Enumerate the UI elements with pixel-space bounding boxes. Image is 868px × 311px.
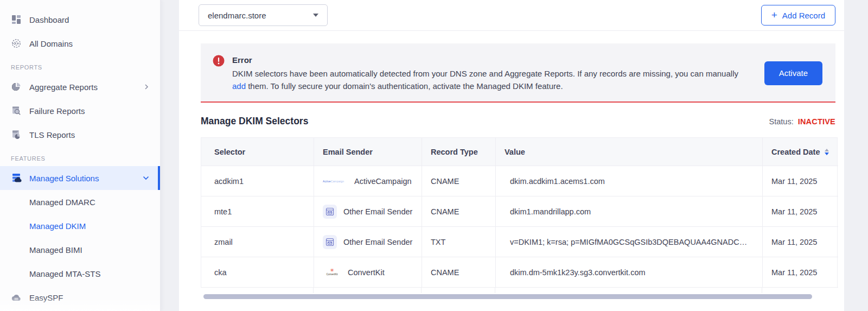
cell-value: dkim1.mandrillapp.com	[495, 196, 762, 227]
dkim-selectors-table: Selector Email Sender Record Type Value …	[201, 137, 838, 288]
main-content: Error DKIM selectors have been automatic…	[179, 31, 844, 299]
cell-email-sender: ActiveCampaign ActiveCampaign	[314, 166, 422, 196]
globe-icon	[11, 38, 22, 49]
sidebar-item-managed-bimi[interactable]: Managed BIMI	[0, 238, 160, 262]
domain-selector-value: elendmarc.store	[208, 11, 266, 20]
chevron-down-icon	[143, 176, 149, 180]
sidebar-item-label: Aggregate Reports	[29, 82, 136, 92]
convertkit-logo: ✳ ConvertKit	[323, 268, 341, 276]
cell-created-date: Mar 11, 2025	[762, 257, 838, 288]
column-header-email-sender: Email Sender	[314, 138, 422, 166]
sidebar-item-label: Managed BIMI	[29, 245, 149, 255]
cell-email-sender: Other Email Sender	[314, 196, 422, 227]
cell-value: dkim.dm-5mk1k23y.sg3.convertkit.com	[495, 257, 762, 288]
table-next-row-clipped	[201, 288, 838, 293]
sidebar-item-easyspf[interactable]: EasySPF	[0, 285, 160, 309]
sidebar: Dashboard All Domains REPORTS Aggregate …	[0, 0, 161, 311]
created-date-label: Created Date	[771, 148, 820, 156]
page-title: Manage DKIM Selectors	[201, 116, 308, 127]
error-message-part2: them. To fully secure your domain's auth…	[248, 81, 563, 91]
ac-logo-text-dim: Campaign	[331, 180, 344, 183]
add-link[interactable]: add	[232, 81, 246, 91]
error-icon	[213, 55, 225, 69]
sidebar-section-reports: REPORTS	[0, 55, 160, 75]
sidebar-item-failure-reports[interactable]: Failure Reports	[0, 99, 160, 123]
domain-selector[interactable]: elendmarc.store	[199, 4, 328, 26]
sort-asc-icon	[825, 149, 829, 151]
dashboard-icon	[11, 14, 22, 25]
error-banner-text: Error DKIM selectors have been automatic…	[232, 54, 749, 92]
cell-record-type: TXT	[422, 227, 495, 257]
horizontal-scrollbar-thumb[interactable]	[203, 294, 812, 299]
sidebar-item-all-domains[interactable]: All Domains	[0, 31, 160, 55]
sidebar-item-managed-dmarc[interactable]: Managed DMARC	[0, 190, 160, 214]
error-message-part1: DKIM selectors have been automatically d…	[232, 69, 738, 78]
cell-selector: acdkim1	[201, 166, 314, 196]
sidebar-item-label: Failure Reports	[29, 106, 149, 116]
status-badge: INACTIVE	[798, 117, 835, 126]
cell-record-type: CNAME	[422, 166, 495, 196]
table-row: zmail Other Email Sender TXT v=DKIM1; k=…	[201, 227, 837, 257]
main-area: elendmarc.store + Add Record Error DKI	[161, 0, 868, 311]
ac-logo-text: Active	[323, 180, 331, 183]
other-email-sender-icon	[323, 205, 337, 219]
sidebar-item-label: All Domains	[29, 39, 149, 48]
sidebar-item-managed-solutions[interactable]: Managed Solutions	[0, 166, 160, 190]
convertkit-mark: ✳	[330, 268, 334, 273]
cell-created-date: Mar 11, 2025	[762, 227, 838, 257]
sender-name: ActiveCampaign	[354, 177, 412, 186]
plus-icon: +	[771, 10, 777, 20]
column-header-value: Value	[495, 138, 762, 166]
activate-button[interactable]: Activate	[764, 61, 822, 85]
convertkit-word: ConvertKit	[326, 274, 337, 276]
sidebar-item-dashboard[interactable]: Dashboard	[0, 8, 160, 31]
column-header-created-date[interactable]: Created Date	[762, 138, 838, 166]
column-header-selector: Selector	[201, 138, 314, 166]
sidebar-item-aggregate-reports[interactable]: Aggregate Reports	[0, 75, 160, 99]
sidebar-item-label: Managed Solutions	[29, 174, 135, 183]
chevron-right-icon	[144, 84, 149, 90]
other-email-sender-icon	[323, 235, 337, 249]
active-indicator-bar	[158, 166, 160, 190]
error-banner-title: Error	[232, 54, 749, 66]
sender-name: Other Email Sender	[343, 207, 412, 216]
content-card: elendmarc.store + Add Record Error DKI	[179, 0, 844, 311]
sidebar-item-label: EasySPF	[29, 293, 149, 302]
sidebar-item-managed-dkim[interactable]: Managed DKIM	[0, 214, 160, 238]
table-row: cka ✳ ConvertKit ConvertKit CNAME dkim.d…	[201, 257, 837, 288]
error-banner: Error DKIM selectors have been automatic…	[201, 43, 835, 103]
cloud-icon	[11, 292, 22, 303]
caret-down-icon	[313, 14, 318, 17]
sort-icon[interactable]	[825, 149, 829, 155]
cell-created-date: Mar 11, 2025	[762, 196, 838, 227]
error-banner-message: DKIM selectors have been automatically d…	[232, 67, 749, 92]
cell-selector: zmail	[201, 227, 314, 257]
cell-value: dkim.acdkim1.acems1.com	[495, 166, 762, 196]
cell-record-type: CNAME	[422, 196, 495, 227]
topbar: elendmarc.store + Add Record	[179, 0, 844, 31]
sender-name: ConvertKit	[348, 268, 385, 277]
sidebar-item-label: Managed DKIM	[29, 221, 149, 231]
add-record-button[interactable]: + Add Record	[761, 5, 835, 26]
status-label: Status:	[769, 117, 794, 126]
sidebar-item-tls-reports[interactable]: TLS Reports	[0, 123, 160, 147]
section-header: Manage DKIM Selectors Status: INACTIVE	[201, 116, 835, 127]
sidebar-item-managed-mta-sts[interactable]: Managed MTA-STS	[0, 262, 160, 285]
cell-email-sender: ✳ ConvertKit ConvertKit	[314, 257, 422, 288]
app-root: Dashboard All Domains REPORTS Aggregate …	[0, 0, 868, 311]
table-row: mte1 Other Email Sender CNAME dkim1.mand…	[201, 196, 837, 227]
sidebar-item-label: TLS Reports	[29, 130, 149, 139]
add-record-label: Add Record	[782, 11, 825, 20]
status: Status: INACTIVE	[769, 117, 835, 126]
sidebar-item-label: Managed DMARC	[29, 198, 149, 207]
sort-desc-icon	[825, 153, 829, 155]
sidebar-item-label: Dashboard	[29, 15, 149, 24]
cell-value: v=DKIM1; k=rsa; p=MIGfMA0GCSqGSIb3DQEBAQ…	[495, 227, 762, 257]
table-header-row: Selector Email Sender Record Type Value …	[201, 138, 837, 166]
sender-name: Other Email Sender	[343, 238, 412, 246]
pie-chart-icon	[11, 81, 22, 92]
cell-record-type: CNAME	[422, 257, 495, 288]
cell-created-date: Mar 11, 2025	[762, 166, 838, 196]
activecampaign-logo: ActiveCampaign	[323, 178, 348, 185]
column-header-record-type: Record Type	[422, 138, 495, 166]
